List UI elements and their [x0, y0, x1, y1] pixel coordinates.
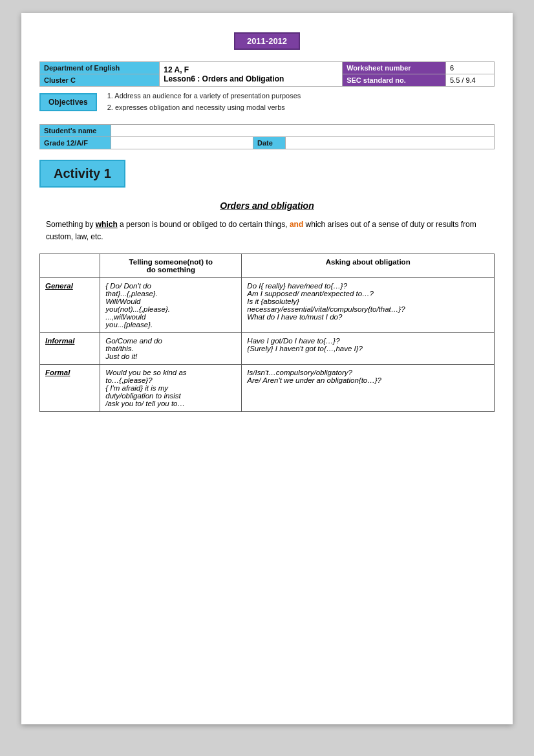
row-asking-formal: Is/Isn't…compulsory/obligatory? Are/ Are… — [242, 365, 495, 412]
row-asking-informal: Have I got/Do I have to{…}? {Surely} I h… — [242, 333, 495, 365]
content-table: Telling someone(not) todo something Aski… — [39, 254, 495, 412]
date-label: Date — [253, 137, 286, 149]
objectives-list: 1. Address an audience for a variety of … — [107, 92, 301, 115]
objectives-section: Objectives 1. Address an audience for a … — [39, 92, 495, 115]
grade-label: Grade 12/A/F — [40, 137, 111, 149]
orders-description: Something by which a person is bound or … — [39, 219, 495, 243]
worksheet-label: Worksheet number — [343, 62, 446, 74]
year-badge-container: 2011-2012 — [39, 32, 495, 50]
desc-part-1: Something by — [46, 220, 96, 229]
date-value — [286, 137, 495, 149]
col-telling-header: Telling someone(not) todo something — [100, 254, 242, 278]
grade-value — [111, 137, 253, 149]
row-type-formal: Formal — [40, 365, 100, 412]
student-name-value — [111, 125, 495, 137]
row-telling-informal: Go/Come and dothat/this. Just do it! — [100, 333, 242, 365]
sec-value: 5.5 / 9.4 — [445, 74, 494, 87]
table-row: Informal Go/Come and dothat/this. Just d… — [40, 333, 495, 365]
objective-2: 2. expresses obligation and necessity us… — [107, 103, 301, 111]
lesson-value: Lesson6 : Orders and Obligation — [164, 74, 284, 83]
department-label: Department of English — [40, 62, 160, 74]
objectives-badge: Objectives — [39, 93, 97, 111]
student-name-label: Student's name — [40, 125, 111, 137]
row-type-general: General — [40, 278, 100, 333]
row-asking-general: Do I{ really} have/need to{…}? Am I supp… — [242, 278, 495, 333]
worksheet-number: 6 — [445, 62, 494, 74]
col-asking-header: Asking about obligation — [242, 254, 495, 278]
student-info-table: Student's name Grade 12/A/F Date — [39, 124, 495, 149]
desc-part-2: a person is bound or obliged to do certa… — [118, 220, 290, 229]
activity-badge: Activity 1 — [39, 160, 125, 188]
table-row: General { Do/ Don't dothat}...{,please}.… — [40, 278, 495, 333]
row-telling-formal: Would you be so kind asto…{,please}? { I… — [100, 365, 242, 412]
page: 2011-2012 Department of English 12 A, F … — [21, 13, 513, 724]
class-value: 12 A, F — [164, 65, 189, 74]
header-table: Department of English 12 A, F Lesson6 : … — [39, 61, 495, 87]
year-badge: 2011-2012 — [234, 32, 300, 50]
orders-title: Orders and obligation — [39, 200, 495, 211]
cluster-label: Cluster C — [40, 74, 160, 87]
table-row: Formal Would you be so kind asto…{,pleas… — [40, 365, 495, 412]
objective-1: 1. Address an audience for a variety of … — [107, 92, 301, 100]
sec-label: SEC standard no. — [343, 74, 446, 87]
desc-which: which — [96, 220, 118, 229]
row-telling-general: { Do/ Don't dothat}...{,please}. Will/Wo… — [100, 278, 242, 333]
desc-and: and — [290, 220, 303, 229]
row-type-informal: Informal — [40, 333, 100, 365]
col-empty-header — [40, 254, 100, 278]
lesson-class: 12 A, F Lesson6 : Orders and Obligation — [160, 62, 343, 87]
